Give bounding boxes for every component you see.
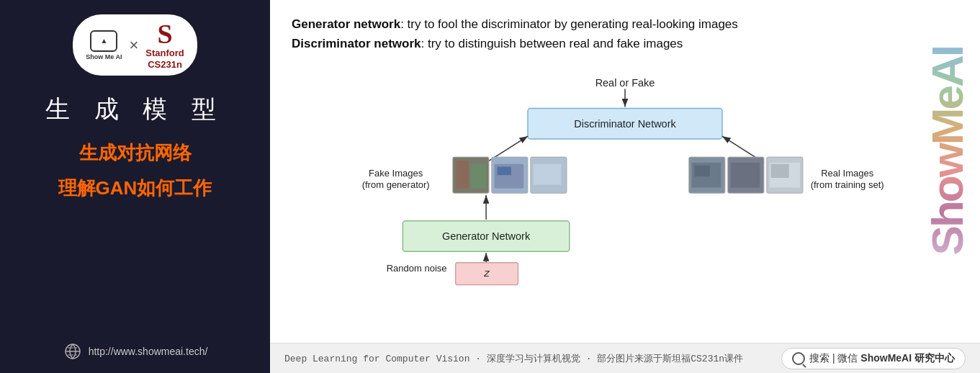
main-content: ShowMeAI Generator network: try to fool … [270, 0, 980, 373]
discriminator-label: Discriminator network [292, 37, 421, 50]
search-icon [792, 352, 805, 365]
website-icon [63, 341, 83, 361]
gan-diagram-area: Real or Fake Discriminator Network Fake … [292, 59, 958, 343]
discriminator-desc: : try to distinguish between real and fa… [421, 37, 683, 50]
stanford-s-letter: S [157, 20, 172, 48]
fake-images-label-line2: (from generator) [362, 180, 430, 191]
gan-diagram-svg: Real or Fake Discriminator Network Fake … [292, 66, 958, 289]
sidebar-subtitle2: 理解GAN如何工作 [58, 176, 212, 201]
search-box[interactable]: 搜索 | 微信 ShowMeAI 研究中心 [781, 348, 966, 369]
logo-area: Show Me AI × S Stanford CS231n [73, 14, 197, 76]
website-url: http://www.showmeai.tech/ [89, 346, 208, 357]
svg-rect-12 [534, 164, 562, 185]
search-label: 搜索 | 微信 ShowMeAI 研究中心 [809, 352, 955, 365]
svg-rect-20 [771, 164, 789, 178]
real-or-fake-text: Real or Fake [595, 77, 655, 89]
showmeai-text: Show Me AI [86, 53, 122, 60]
search-prefix: 搜索 | 微信 [809, 352, 858, 364]
real-images-label-line1: Real Images [821, 168, 874, 179]
sidebar: Show Me AI × S Stanford CS231n 生 成 模 型 生… [0, 0, 270, 373]
cross-symbol: × [129, 36, 138, 55]
showmeai-logo: Show Me AI [86, 30, 122, 60]
real-images-label-line2: (from training set) [811, 180, 884, 191]
showmeai-icon [90, 30, 117, 52]
generator-label: Generator network [292, 17, 400, 31]
footer-text: Deep Learning for Computer Vision · 深度学习… [284, 352, 743, 365]
fake-images-label-line1: Fake Images [369, 168, 423, 179]
footer-bar: Deep Learning for Computer Vision · 深度学习… [270, 343, 980, 373]
website-area: http://www.showmeai.tech/ [63, 341, 208, 361]
generator-desc: : try to fool the discriminator by gener… [400, 17, 738, 31]
search-brand: ShowMeAI 研究中心 [858, 352, 955, 364]
sidebar-title: 生 成 模 型 [45, 93, 224, 126]
stanford-logo: S Stanford CS231n [145, 20, 184, 70]
svg-rect-5 [457, 161, 469, 189]
svg-rect-6 [471, 164, 486, 189]
svg-rect-17 [731, 163, 760, 188]
svg-rect-15 [694, 166, 709, 176]
noise-z-label: z [483, 266, 490, 279]
random-noise-label: Random noise [387, 264, 447, 274]
stanford-line2: CS231n [145, 59, 184, 71]
generator-box-label: Generator Network [442, 230, 531, 242]
stanford-line1: Stanford [145, 48, 184, 59]
header-description: Generator network: try to fool the discr… [292, 14, 958, 53]
sidebar-subtitle1: 生成对抗网络 [79, 140, 192, 166]
discriminator-box-label: Discriminator Network [574, 118, 676, 130]
svg-rect-10 [498, 167, 511, 176]
